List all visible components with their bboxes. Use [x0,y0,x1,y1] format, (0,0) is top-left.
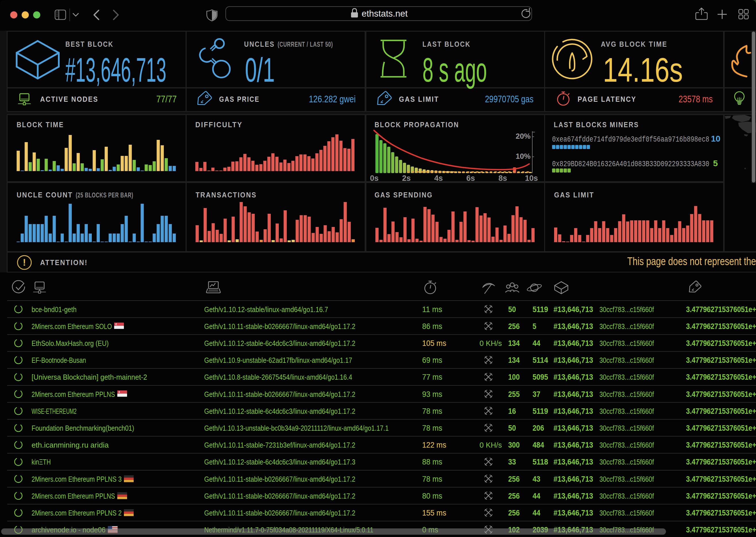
svg-text:30ccf783...c15f660f: 30ccf783...c15f660f [600,322,654,331]
svg-text:69 ms: 69 ms [422,356,442,364]
svg-text:ethstats.net: ethstats.net [362,9,408,19]
svg-text:30ccf783...c15f660f: 30ccf783...c15f660f [600,441,654,449]
svg-text:10: 10 [711,134,721,143]
svg-text:GAS PRICE: GAS PRICE [219,95,259,103]
svg-text:kinΞTH: kinΞTH [31,458,51,466]
svg-text:Geth/v1.10.11-stable-7231b3ef/: Geth/v1.10.11-stable-7231b3ef/linux-amd6… [204,441,355,449]
svg-text:78 ms: 78 ms [422,424,442,433]
svg-text:bce-bnd01-geth: bce-bnd01-geth [31,305,76,314]
svg-text:30ccf783...c15f660f: 30ccf783...c15f660f [600,390,654,398]
svg-text:44: 44 [533,491,540,500]
svg-text:AVG BLOCK TIME: AVG BLOCK TIME [601,40,667,48]
svg-text:ATTENTION!: ATTENTION! [40,258,88,267]
svg-text:155 ms: 155 ms [422,509,446,517]
svg-text:Geth/v1.10.12-stable-6c4dc6c3/: Geth/v1.10.12-stable-6c4dc6c3/linux-amd6… [204,407,355,416]
svg-text:30ccf783...c15f660f: 30ccf783...c15f660f [600,492,654,500]
svg-text:5119: 5119 [533,407,548,416]
svg-text:#13,646,713: #13,646,713 [554,508,593,517]
svg-text:5118: 5118 [533,457,548,466]
svg-text:6s: 6s [466,174,475,183]
svg-text:30ccf783...c15f660f: 30ccf783...c15f660f [600,407,654,416]
svg-text:Geth/v1.10.13-unstable-bc0b34a: Geth/v1.10.13-unstable-bc0b34a9-20211112… [204,424,389,433]
svg-text:126.282 gwei: 126.282 gwei [309,94,356,104]
svg-text:30ccf783...c15f660f: 30ccf783...c15f660f [600,356,654,364]
svg-text:16: 16 [508,407,516,416]
svg-text:122 ms: 122 ms [422,441,446,449]
svg-text:PAGE LATENCY: PAGE LATENCY [578,95,637,103]
svg-text:eth.icanmining.ru aridia: eth.icanmining.ru aridia [31,441,109,449]
svg-text:105 ms: 105 ms [422,339,446,348]
svg-text:100: 100 [508,373,520,381]
svg-text:77/77: 77/77 [156,94,177,104]
svg-text:TRANSACTIONS: TRANSACTIONS [196,190,257,199]
svg-text:3.477962715376051e+2: 3.477962715376051e+2 [686,390,756,398]
svg-text:Geth/v1.10.11-stable-b0266667/: Geth/v1.10.11-stable-b0266667/linux-amd6… [204,509,355,517]
svg-text:BLOCK TIME: BLOCK TIME [17,120,64,129]
svg-text:EF-Bootnode-Busan: EF-Bootnode-Busan [31,356,86,364]
svg-text:50: 50 [508,305,516,314]
svg-text:#13,646,713: #13,646,713 [554,407,593,416]
svg-text:10%: 10% [516,152,531,160]
svg-text:#13,646,713: #13,646,713 [554,305,593,314]
svg-text:256: 256 [508,475,520,483]
svg-text:23578 ms: 23578 ms [679,94,713,104]
svg-text:EthSolo.MaxHash.org (EU): EthSolo.MaxHash.org (EU) [31,339,109,348]
svg-text:134: 134 [508,339,520,348]
svg-text:30ccf783...c15f660f: 30ccf783...c15f660f [600,424,654,433]
svg-text:LAST BLOCK: LAST BLOCK [422,40,470,48]
svg-text:Foundation Benchmarking(bench0: Foundation Benchmarking(bench01) [31,424,134,433]
svg-text:11 ms: 11 ms [422,305,442,314]
svg-text:2Miners.com Ethereum PPLNS: 2Miners.com Ethereum PPLNS [31,390,115,398]
svg-text:0 KH/s: 0 KH/s [479,339,502,348]
svg-text:Geth/v1.10.12-stable-6c4dc6c3/: Geth/v1.10.12-stable-6c4dc6c3/linux-amd6… [204,339,355,348]
svg-text:BEST BLOCK: BEST BLOCK [66,40,113,48]
svg-text:37: 37 [533,390,540,398]
svg-text:#13,646,713: #13,646,713 [554,355,593,364]
svg-text:43: 43 [533,475,540,483]
svg-text:BLOCK PROPAGATION: BLOCK PROPAGATION [375,120,459,129]
svg-text:20%: 20% [516,132,531,141]
svg-text:3.477962715376051e+2: 3.477962715376051e+2 [686,458,756,466]
svg-text:0xea674fdde714fd979de3edf0f56a: 0xea674fdde714fd979de3edf0f56aa9716b898e… [552,135,709,144]
svg-text:Geth/v1.10.12-stable/linux-amd: Geth/v1.10.12-stable/linux-amd64/go1.16.… [204,305,328,314]
svg-text:#13,646,713: #13,646,713 [554,440,593,449]
svg-text:#13,646,713: #13,646,713 [66,51,166,89]
svg-text:134: 134 [508,355,520,364]
svg-text:3.477962715376051e+2: 3.477962715376051e+2 [686,305,756,314]
svg-text:Geth/v1.10.12-stable-6c4dc6c3/: Geth/v1.10.12-stable-6c4dc6c3/linux-amd6… [204,458,355,466]
svg-text:#13,646,713: #13,646,713 [554,457,593,466]
svg-text:2Miners.com Ethereum PPLNS 2: 2Miners.com Ethereum PPLNS 2 [31,509,122,517]
svg-text:5119: 5119 [533,305,548,314]
svg-text:10s: 10s [525,174,538,183]
svg-text:#13,646,713: #13,646,713 [554,339,593,348]
svg-text:8 s ago: 8 s ago [422,51,487,89]
svg-text:30ccf783...c15f660f: 30ccf783...c15f660f [600,373,654,381]
svg-text:GAS LIMIT: GAS LIMIT [554,190,594,199]
svg-text:GAS LIMIT: GAS LIMIT [399,95,439,103]
svg-text:5: 5 [713,158,718,168]
svg-text:3.477962715376051e+2: 3.477962715376051e+2 [686,373,756,381]
svg-text:256: 256 [508,322,520,331]
svg-text:5: 5 [533,322,536,331]
svg-text:93 ms: 93 ms [422,390,442,398]
svg-text:29970705 gas: 29970705 gas [485,94,533,104]
svg-text:3.477962715376051e+2: 3.477962715376051e+2 [686,525,756,534]
svg-text:DIFFICULTY: DIFFICULTY [195,120,243,129]
svg-text:80 ms: 80 ms [422,492,442,500]
svg-text:LAST BLOCKS MINERS: LAST BLOCKS MINERS [554,120,639,129]
svg-text:8s: 8s [499,174,507,183]
svg-text:3.477962715376051e+2: 3.477962715376051e+2 [686,407,756,416]
svg-text:3.477962715376051e+2: 3.477962715376051e+2 [686,424,756,433]
svg-text:(25 BLOCKS PER BAR): (25 BLOCKS PER BAR) [76,191,133,199]
svg-text:#13,646,713: #13,646,713 [554,322,593,331]
svg-text:30ccf783...c15f660f: 30ccf783...c15f660f [600,339,654,348]
svg-text:2Miners.com Ethereum SOLO: 2Miners.com Ethereum SOLO [31,322,112,331]
svg-text:Geth/v1.10.11-stable-b0266667/: Geth/v1.10.11-stable-b0266667/linux-amd6… [204,475,355,483]
svg-text:300: 300 [508,440,520,449]
svg-text:#13,646,713: #13,646,713 [554,475,593,483]
svg-text:256: 256 [508,508,520,517]
svg-text:3.477962715376051e+2: 3.477962715376051e+2 [686,441,756,449]
svg-text:0/1: 0/1 [245,51,275,89]
svg-text:0s: 0s [370,174,378,183]
svg-text:Geth/v1.10.11-stable-b0266667/: Geth/v1.10.11-stable-b0266667/linux-amd6… [204,492,355,500]
